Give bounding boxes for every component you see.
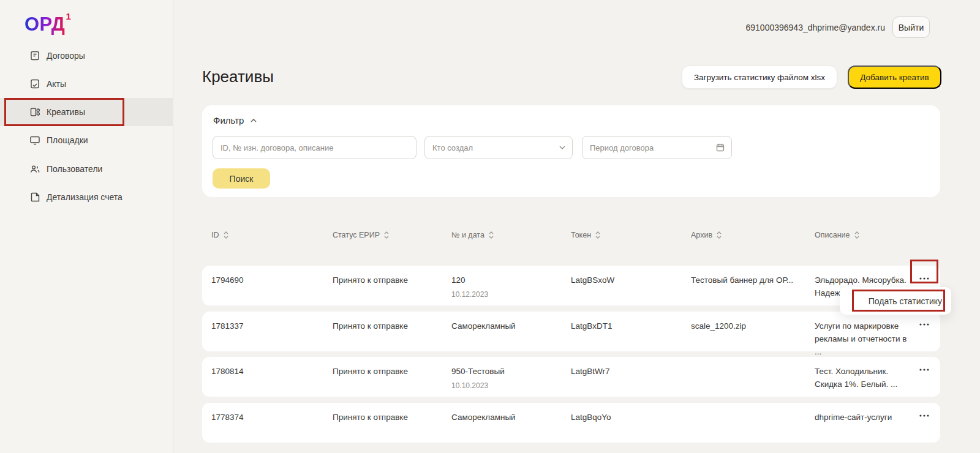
sort-icon[interactable] (383, 230, 390, 240)
column-header-archive[interactable]: Архив (691, 230, 722, 240)
sidebar-item-label: Площадки (47, 135, 88, 145)
creator-select-wrap (424, 136, 573, 159)
user-email: 691000396943_dhprime@yandex.ru (746, 23, 886, 32)
cell-number-date: Саморекламный (451, 411, 516, 424)
column-header-number-date[interactable]: № и дата (451, 230, 494, 240)
calendar-icon[interactable] (715, 143, 725, 152)
column-label: Токен (571, 231, 591, 239)
description-line: Эльдорадо. Мясорубка. (815, 274, 910, 286)
app-logo: ОРД1 (24, 11, 71, 36)
logo-superscript: 1 (66, 11, 71, 21)
row-actions-menu: Подать статистику (840, 287, 951, 315)
ellipsis-icon (919, 414, 929, 417)
row-actions-button[interactable] (917, 364, 932, 376)
column-label: Статус ЕРИР (333, 231, 380, 239)
contract-icon (29, 50, 40, 61)
cell-number: 950-Тестовый (451, 365, 505, 378)
cell-token: LatgBxDT1 (571, 320, 612, 332)
description-line: Услуги по маркировке (815, 320, 910, 332)
ellipsis-icon (919, 277, 929, 280)
column-header-status[interactable]: Статус ЕРИР (333, 230, 390, 240)
sidebar-item-label: Креативы (47, 107, 85, 117)
add-creative-button[interactable]: Добавить креатив (848, 66, 941, 89)
logo-text: ОРД (24, 13, 65, 35)
column-label: ID (211, 231, 219, 239)
search-button[interactable]: Поиск (213, 168, 270, 189)
cell-status: Принято к отправке (333, 274, 408, 286)
row-actions-button[interactable] (917, 410, 932, 422)
cell-status: Принято к отправке (333, 411, 408, 424)
row-actions-button[interactable] (917, 318, 932, 331)
column-header-description[interactable]: Описание (815, 230, 860, 240)
sidebar-item-label: Детализация счета (47, 192, 123, 202)
period-input-wrap (582, 136, 732, 159)
cell-number-date: Саморекламный (451, 320, 516, 332)
sort-icon[interactable] (488, 230, 494, 240)
page-title: Креативы (202, 67, 274, 86)
table-header: ID Статус ЕРИР № и дата Токен Архив Опис… (202, 225, 940, 246)
table-row: 1781337 Принято к отправке Саморекламный… (202, 312, 940, 351)
cell-number: Саморекламный (451, 320, 516, 332)
column-label: Описание (815, 231, 850, 239)
cell-archive: scale_1200.zip (691, 320, 746, 332)
logout-button[interactable]: Выйти (892, 17, 930, 38)
users-icon (29, 163, 40, 174)
cell-status: Принято к отправке (333, 365, 408, 378)
cell-status: Принято к отправке (333, 320, 408, 332)
billing-icon (29, 192, 40, 203)
description-line: рекламы и отчетности в ... (815, 332, 910, 358)
cell-number: Саморекламный (451, 411, 516, 424)
sidebar-item-billing[interactable]: Детализация счета (0, 183, 173, 211)
submit-statistics-menu-item[interactable]: Подать статистику (869, 296, 942, 306)
sidebar: ОРД1 Договоры Акты Креативы (0, 0, 173, 453)
cell-date: 10.12.2023 (451, 288, 488, 301)
column-header-id[interactable]: ID (211, 230, 229, 240)
period-input[interactable] (582, 136, 732, 159)
table-row: 1794690 Принято к отправке 120 10.12.202… (202, 266, 940, 305)
sidebar-item-label: Акты (47, 79, 66, 89)
chevron-down-icon[interactable] (559, 145, 566, 150)
cell-description: dhprime-сайт-услуги (815, 411, 910, 424)
cell-description: Тест. Холодильник. Скидка 1%. Белый. ... (815, 365, 910, 391)
sidebar-item-contracts[interactable]: Договоры (0, 42, 173, 70)
cell-id: 1794690 (211, 274, 244, 286)
sort-icon[interactable] (854, 230, 860, 240)
cell-token: LatgBSxoW (571, 274, 614, 286)
act-icon (29, 78, 40, 89)
description-line: dhprime-сайт-услуги (815, 411, 910, 424)
sidebar-item-platforms[interactable]: Площадки (0, 126, 173, 154)
sort-icon[interactable] (223, 230, 229, 240)
creator-select[interactable] (424, 136, 573, 159)
cell-id: 1781337 (211, 320, 244, 332)
search-input[interactable] (213, 136, 417, 159)
sidebar-item-users[interactable]: Пользователи (0, 155, 173, 183)
sidebar-item-creatives[interactable]: Креативы (0, 98, 173, 126)
sidebar-item-label: Пользователи (47, 164, 102, 174)
cell-number: 120 (451, 274, 488, 286)
ellipsis-icon (919, 323, 929, 326)
row-actions-button[interactable] (917, 272, 932, 285)
upload-statistics-button[interactable]: Загрузить статистику файлом xlsx (682, 66, 837, 89)
cell-description: Услуги по маркировке рекламы и отчетност… (815, 320, 910, 358)
filter-panel: Фильтр Поиск (202, 105, 940, 197)
sort-icon[interactable] (595, 230, 601, 240)
chevron-up-icon (250, 118, 257, 123)
sidebar-item-label: Договоры (47, 51, 85, 61)
filter-collapse-toggle[interactable]: Фильтр (213, 115, 257, 125)
ellipsis-icon (919, 369, 929, 371)
cell-date: 10.10.2023 (451, 380, 505, 392)
sort-icon[interactable] (716, 230, 722, 240)
cell-id: 1780814 (211, 365, 244, 378)
sidebar-item-acts[interactable]: Акты (0, 70, 173, 98)
column-label: № и дата (451, 231, 484, 239)
cell-number-date: 950-Тестовый 10.10.2023 (451, 365, 505, 392)
cell-archive: Тестовый баннер для ОР... (691, 274, 793, 286)
creative-icon (29, 107, 40, 118)
description-line: Тест. Холодильник. (815, 365, 910, 378)
platform-icon (29, 135, 40, 146)
filter-title: Фильтр (213, 115, 244, 125)
table-row: 1778374 Принято к отправке Саморекламный… (202, 403, 940, 443)
table-row: 1780814 Принято к отправке 950-Тестовый … (202, 357, 940, 397)
cell-token: LatgBtWr7 (571, 365, 610, 378)
column-header-token[interactable]: Токен (571, 230, 601, 240)
